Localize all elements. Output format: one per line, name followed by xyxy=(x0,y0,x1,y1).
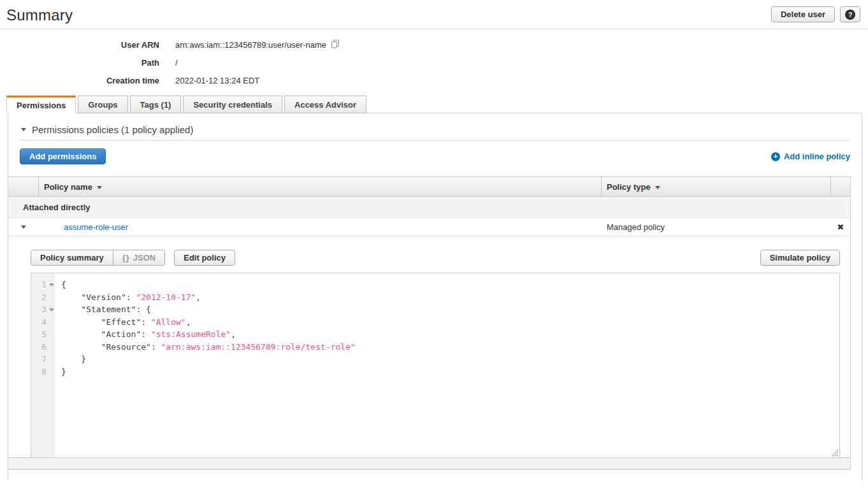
line-number: 7 xyxy=(31,354,55,364)
section-heading: Permissions policies (1 policy applied) xyxy=(32,124,193,135)
help-icon: ? xyxy=(845,10,855,20)
code-line: 8 } xyxy=(31,366,839,378)
policy-table-header: Policy name Policy type xyxy=(8,176,850,197)
permissions-policies-section-toggle[interactable]: Permissions policies (1 policy applied) xyxy=(8,113,862,135)
permissions-tab-panel: Permissions policies (1 policy applied) … xyxy=(8,113,862,480)
line-number: 3 xyxy=(31,305,55,314)
policy-name-link[interactable]: assume-role-user xyxy=(64,222,128,232)
tab-groups[interactable]: Groups xyxy=(78,96,127,113)
expanded-row-footer xyxy=(8,457,850,470)
row-collapse-toggle[interactable] xyxy=(8,218,39,236)
line-number: 5 xyxy=(31,329,55,339)
chevron-down-icon xyxy=(21,226,26,229)
fold-icon[interactable] xyxy=(49,283,54,287)
section-divider xyxy=(20,140,850,141)
fold-icon[interactable] xyxy=(49,308,54,312)
help-button[interactable]: ? xyxy=(840,6,860,22)
code-line: 4 "Effect": "Allow", xyxy=(31,316,839,329)
policy-name-header-label: Policy name xyxy=(44,182,92,192)
policy-detail-panel: Policy summary {} JSON Edit policy Simul… xyxy=(8,236,850,458)
braces-icon: {} xyxy=(122,253,130,262)
group-row-label: Attached directly xyxy=(23,203,90,212)
policy-json-editor[interactable]: 1 { 2 "Version": "2012-10-17", 3 "Statem… xyxy=(31,273,840,458)
page-header: Summary Delete user ? xyxy=(0,0,868,29)
add-permissions-button[interactable]: Add permissions xyxy=(20,148,106,164)
copy-icon[interactable] xyxy=(331,39,340,50)
line-number: 1 xyxy=(31,280,55,289)
tab-tags[interactable]: Tags (1) xyxy=(130,96,182,113)
code-line: 7 } xyxy=(31,353,839,366)
header-toggle-cell xyxy=(8,177,39,196)
page-title: Summary xyxy=(6,6,73,24)
tabs-row: Permissions Groups Tags (1) Security cre… xyxy=(6,96,862,113)
field-row-user-arn: User ARN arn:aws:iam::123456789:user/use… xyxy=(0,39,868,50)
line-number: 8 xyxy=(31,367,55,377)
field-label: Creation time xyxy=(0,76,159,85)
add-inline-policy-label: Add inline policy xyxy=(784,152,850,161)
tab-security-credentials[interactable]: Security credentials xyxy=(183,96,282,113)
editor-resize-handle[interactable] xyxy=(831,449,838,456)
json-view-button[interactable]: {} JSON xyxy=(113,250,166,266)
field-label: User ARN xyxy=(0,40,159,50)
creation-time-value: 2022-01-12 13:24 EDT xyxy=(175,76,259,85)
delete-user-button[interactable]: Delete user xyxy=(771,6,835,22)
section-collapse-icon xyxy=(21,128,26,131)
code-line: 3 "Statement": { xyxy=(31,303,839,316)
policy-name-cell: assume-role-user xyxy=(39,218,602,236)
user-arn-value: arn:aws:iam::123456789:user/user-name xyxy=(175,40,326,50)
header-policy-type[interactable]: Policy type xyxy=(602,177,831,196)
policy-row: assume-role-user Managed policy ✖ xyxy=(8,218,850,236)
simulate-policy-button[interactable]: Simulate policy xyxy=(760,250,840,266)
policy-action-cell: ✖ xyxy=(831,218,850,236)
path-value: / xyxy=(175,58,178,68)
policy-type-cell: Managed policy xyxy=(602,218,831,236)
edit-policy-button[interactable]: Edit policy xyxy=(174,250,235,266)
policy-type-header-label: Policy type xyxy=(607,182,651,192)
header-actions: Delete user ? xyxy=(771,6,860,22)
summary-fields: User ARN arn:aws:iam::123456789:user/use… xyxy=(0,39,868,85)
policy-summary-view-button[interactable]: Policy summary xyxy=(31,250,113,266)
json-view-label: JSON xyxy=(133,253,156,262)
line-number: 4 xyxy=(31,317,55,327)
field-row-path: Path / xyxy=(0,57,868,68)
code-line: 1 { xyxy=(31,278,839,291)
remove-policy-icon[interactable]: ✖ xyxy=(837,223,844,231)
plus-circle-icon: + xyxy=(771,152,780,161)
tab-access-advisor[interactable]: Access Advisor xyxy=(284,96,366,113)
policy-type-value: Managed policy xyxy=(607,222,665,232)
sort-caret-icon xyxy=(97,186,102,189)
code-line: 5 "Action": "sts:AssumeRole", xyxy=(31,328,839,341)
group-row-attached-directly: Attached directly xyxy=(8,197,850,218)
sort-caret-icon xyxy=(655,186,660,189)
add-inline-policy-link[interactable]: + Add inline policy xyxy=(771,152,850,161)
header-policy-name[interactable]: Policy name xyxy=(39,177,602,196)
code-area: 1 { 2 "Version": "2012-10-17", 3 "Statem… xyxy=(31,273,839,378)
field-row-creation-time: Creation time 2022-01-12 13:24 EDT xyxy=(0,75,868,85)
policy-table: Policy name Policy type Attached directl… xyxy=(8,176,851,470)
permissions-actions-row: Add permissions + Add inline policy xyxy=(20,148,850,164)
policy-detail-actions: Policy summary {} JSON Edit policy Simul… xyxy=(31,250,840,266)
line-number: 2 xyxy=(31,292,55,302)
tab-permissions[interactable]: Permissions xyxy=(6,96,76,113)
field-value: arn:aws:iam::123456789:user/user-name xyxy=(175,39,340,50)
header-action-cell xyxy=(831,177,850,196)
code-line: 6 "Resource": "arn:aws:iam::123456789:ro… xyxy=(31,341,839,354)
policy-view-switcher: Policy summary {} JSON xyxy=(31,250,165,266)
line-number: 6 xyxy=(31,342,55,352)
field-label: Path xyxy=(0,58,159,68)
code-line: 2 "Version": "2012-10-17", xyxy=(31,291,839,304)
